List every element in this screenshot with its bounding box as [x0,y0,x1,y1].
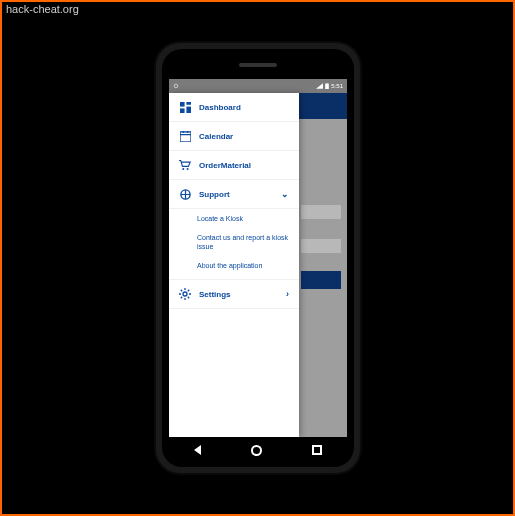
signal-icon [316,83,323,89]
nav-label: OrderMaterial [199,161,289,170]
nav-label: Calendar [199,132,289,141]
nav-item-order-material[interactable]: OrderMaterial [169,151,299,180]
svg-rect-9 [182,131,183,133]
cart-icon [179,159,191,171]
sub-item-locate-kiosk[interactable]: Locate a Kiosk [169,209,299,228]
settings-status-icon [173,83,179,89]
nav-item-settings[interactable]: Settings › [169,280,299,309]
sub-item-about-app[interactable]: About the application [169,256,299,275]
svg-rect-5 [186,106,191,112]
phone-body: 5:51 Dashboard [162,49,354,467]
svg-rect-10 [186,131,187,133]
support-submenu: Locate a Kiosk Contact us and report a k… [169,209,299,280]
svg-point-11 [182,167,184,169]
sub-item-contact-us[interactable]: Contact us and report a kiosk issue [169,228,299,256]
navigation-drawer: Dashboard Calendar OrderMaterial [169,93,299,437]
watermark-text: hack-cheat.org [6,3,79,15]
nav-item-calendar[interactable]: Calendar [169,122,299,151]
phone-screen: 5:51 Dashboard [169,79,347,437]
back-button[interactable] [194,445,201,455]
chevron-down-icon: ⌄ [281,189,289,199]
svg-point-0 [174,84,178,88]
svg-point-16 [183,292,187,296]
background-button [301,271,341,289]
nav-item-support[interactable]: Support ⌄ [169,180,299,209]
android-nav-bar [169,439,347,461]
nav-item-dashboard[interactable]: Dashboard [169,93,299,122]
svg-rect-1 [326,84,330,89]
support-icon [179,188,191,200]
svg-rect-2 [327,83,328,84]
phone-frame: 5:51 Dashboard [156,43,360,473]
background-input-2 [301,239,341,253]
svg-point-12 [187,167,189,169]
home-button[interactable] [251,445,262,456]
phone-speaker [239,63,277,67]
nav-label: Support [199,190,273,199]
gear-icon [179,288,191,300]
svg-rect-6 [180,108,185,113]
calendar-icon [179,130,191,142]
svg-rect-7 [180,131,191,141]
background-input-1 [301,205,341,219]
svg-rect-3 [180,102,185,107]
svg-rect-4 [186,102,191,105]
battery-icon [325,83,329,89]
status-bar: 5:51 [169,79,347,93]
nav-label: Settings [199,290,278,299]
chevron-right-icon: › [286,289,289,299]
nav-label: Dashboard [199,103,289,112]
dashboard-icon [179,101,191,113]
recents-button[interactable] [312,445,322,455]
status-time: 5:51 [331,83,343,89]
